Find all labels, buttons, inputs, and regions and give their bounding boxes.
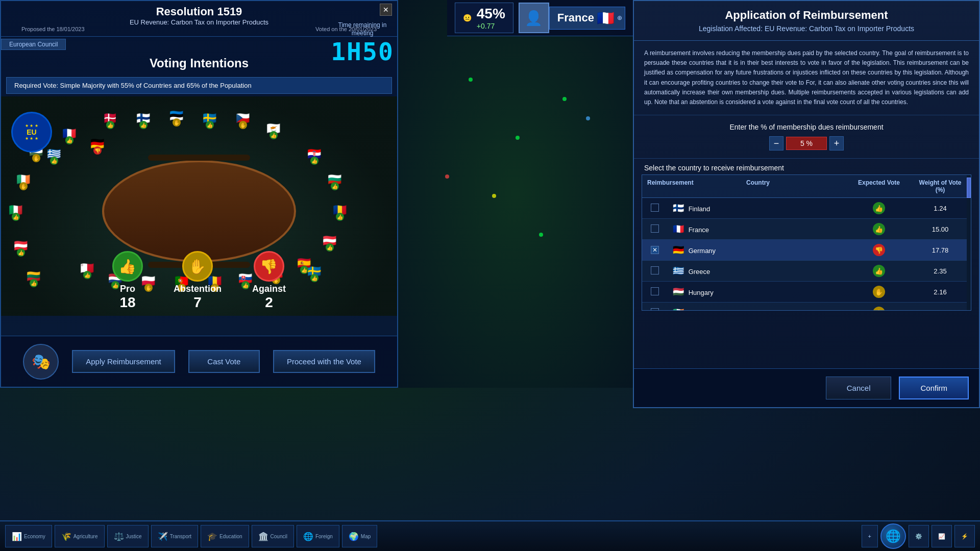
taskbar-foreign-label: Foreign [315,534,333,539]
flag-item: 🇨🇾 👍 [266,122,280,135]
flag-item: 🇪🇪 ✋ [169,109,183,122]
council-table [102,160,296,262]
pct-label: Enter the % of membership dues reimburse… [644,123,969,131]
taskbar-transport[interactable]: ✈️ Transport [151,525,198,547]
checkbox-cell[interactable] [642,220,668,238]
power-icon: ⚡ [961,533,968,540]
taskbar-power[interactable]: ⚡ [954,525,975,547]
flag-item: 🇩🇪 👎 [90,137,104,151]
taskbar-economy[interactable]: 📊 Economy [5,525,52,547]
checkbox-cell[interactable] [642,304,668,311]
eu-council-tab[interactable]: European Council [1,39,66,50]
panel-legislation: Legislation Affected: EU Revenue: Carbon… [642,24,971,33]
taskbar-agriculture[interactable]: 🌾 Agriculture [55,525,105,547]
country-checkbox[interactable] [651,204,659,212]
proceed-vote-button[interactable]: Proceed with the Vote [273,350,375,373]
zoom-add-icon: + [868,533,871,539]
table-row[interactable]: 🇫🇷 France 👍 15.00 [642,219,971,240]
country-checkbox[interactable] [651,224,659,233]
cancel-button[interactable]: Cancel [826,377,892,399]
vote-cell: 👍 [848,219,910,239]
pro-label: Pro [112,284,143,294]
taskbar-map-label: Map [361,534,371,539]
flag-item: 🇫🇮 👍 [136,112,150,125]
taskbar-agri-label: Agriculture [74,534,98,539]
country-checkbox[interactable] [651,266,659,274]
vote-icon: 👍 [873,265,885,277]
required-vote-bar: Required Vote: Simple Majority with 55% … [6,77,392,94]
country-checkbox[interactable]: ✕ [651,246,659,254]
flag-item: 🇩🇰 👍 [103,112,117,125]
action-buttons-area: 🎭 Apply Reimbursement Cast Vote Proceed … [1,336,397,387]
globe-icon: 🌐 [880,523,906,549]
country-name: Germany [689,247,716,255]
pct-value-input[interactable]: 5 % [786,137,827,150]
abstain-icon: ✋ [182,251,213,282]
close-button[interactable]: ✕ [380,4,392,16]
table-row[interactable]: 🇭🇺 Hungary ✋ 2.16 [642,282,971,303]
table-row[interactable]: 🇬🇷 Greece 👍 2.35 [642,261,971,282]
against-vote-block: 👎 Against 2 [252,251,286,311]
country-name-cell: 🇬🇷 Greece [668,261,848,281]
resolution-title: Resolution 1519 [11,5,387,18]
country-name: Greece [689,268,710,276]
country-flag: 🇮🇪 [673,308,684,310]
abstain-label: Abstention [174,284,222,294]
taskbar-council[interactable]: 🏛️ Council [252,525,294,547]
taskbar-settings[interactable]: ⚙️ [909,525,929,547]
country-checkbox[interactable] [651,308,659,311]
pro-count: 18 [112,294,143,311]
against-label: Against [252,284,286,294]
table-row[interactable]: 🇮🇪 Ireland ✋ 1.16 [642,303,971,310]
checkbox-cell[interactable] [642,283,668,301]
country-flag: 🇬🇷 [673,266,684,276]
apply-reimbursement-button[interactable]: Apply Reimbursement [72,350,175,373]
council-icon: 🏛️ [258,532,268,541]
justice-icon: ⚖️ [114,532,124,541]
approval-box: 😐 45% +0.77 [455,3,513,33]
country-flag: 🇭🇺 [673,287,684,297]
taskbar-chart[interactable]: 📈 [932,525,952,547]
country-name: Finland [689,205,710,213]
weight-cell: 17.78 [910,242,971,258]
cast-vote-button[interactable]: Cast Vote [188,350,260,373]
taskbar-foreign[interactable]: 🌐 Foreign [297,525,339,547]
taskbar-council-label: Council [271,534,287,539]
country-flag-hud: 🇫🇷 [597,10,615,27]
checkbox-cell[interactable] [642,199,668,217]
vote-cell: 👎 [848,240,910,260]
increase-pct-button[interactable]: + [829,136,844,151]
against-count: 2 [252,294,286,311]
approval-change: +0.77 [477,22,505,30]
confirm-button[interactable]: Confirm [899,377,969,399]
taskbar-zoom-add[interactable]: + [862,525,878,547]
taskbar-map[interactable]: 🌍 Map [342,525,377,547]
taskbar-justice-label: Justice [126,534,142,539]
taskbar-edu-label: Education [219,534,242,539]
taskbar-education[interactable]: 🎓 Education [201,525,249,547]
reimbursement-panel: Application of Reimbursement Legislation… [633,0,980,408]
education-icon: 🎓 [207,532,217,541]
timer-label: Time remaining in meeting [328,21,397,37]
decrease-pct-button[interactable]: − [769,136,783,151]
taskbar-justice[interactable]: ⚖️ Justice [107,525,149,547]
settings-icon: ⚙️ [915,533,922,540]
table-row[interactable]: 🇫🇮 Finland 👍 1.24 [642,198,971,219]
country-flag: 🇫🇷 [673,224,684,234]
col-reimbursement: Reimbursement [642,175,668,197]
weight-cell: 1.16 [910,305,971,311]
agriculture-icon: 🌾 [61,532,71,541]
proposed-date: Proposed the 18/01/2023 [21,26,85,32]
against-icon: 👎 [254,251,284,282]
table-row[interactable]: ✕ 🇩🇪 Germany 👎 17.78 [642,240,971,261]
checkbox-cell[interactable]: ✕ [642,242,668,258]
eu-logo: ★ ★ ★ EU ★ ★ ★ [11,112,52,153]
checkbox-cell[interactable] [642,262,668,280]
vote-cell: ✋ [848,282,910,302]
country-name-cell: 🇫🇮 Finland [668,198,848,218]
approval-pct: 45% [477,6,505,22]
country-checkbox[interactable] [651,287,659,295]
country-name: France [689,226,709,234]
flag-item: 🇭🇷 👍 [307,147,321,161]
economy-icon: 📊 [12,532,22,541]
